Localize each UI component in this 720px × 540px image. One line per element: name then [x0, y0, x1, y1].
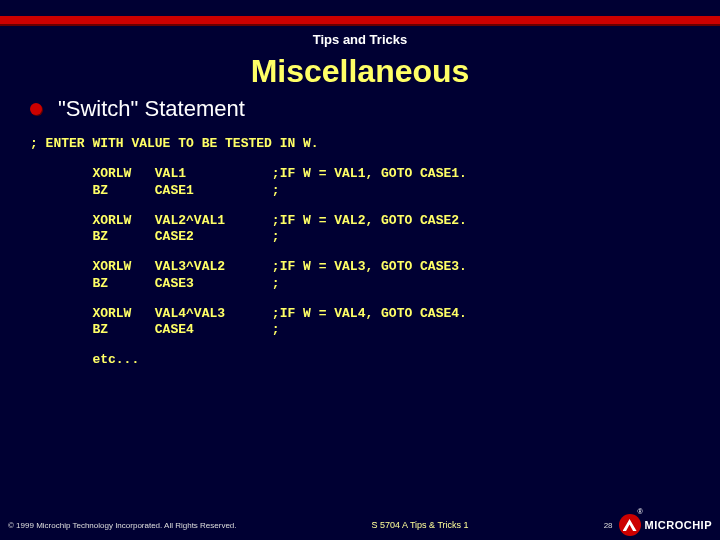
copyright: © 1999 Microchip Technology Incorporated… [8, 521, 237, 530]
logo-icon: ® [619, 514, 641, 536]
code-line: BZ CASE2 ; [30, 229, 690, 245]
footer-mid: S 5704 A Tips & Tricks 1 [237, 520, 604, 530]
code-line: BZ CASE4 ; [30, 322, 690, 338]
code-line: BZ CASE1 ; [30, 183, 690, 199]
page-number: 28 [604, 521, 613, 530]
brand-name: MICROCHIP [645, 519, 712, 531]
code-etc: etc... [30, 352, 690, 368]
code-intro: ; ENTER WITH VALUE TO BE TESTED IN W. [30, 136, 690, 152]
bullet-text: "Switch" Statement [58, 96, 245, 122]
bullet-row: "Switch" Statement [30, 96, 720, 122]
code-block: ; ENTER WITH VALUE TO BE TESTED IN W. XO… [30, 136, 690, 369]
brand-logo: ® MICROCHIP [619, 514, 712, 536]
code-line: XORLW VAL1 ;IF W = VAL1, GOTO CASE1. [30, 166, 690, 182]
code-line: XORLW VAL4^VAL3 ;IF W = VAL4, GOTO CASE4… [30, 306, 690, 322]
code-line: XORLW VAL2^VAL1 ;IF W = VAL2, GOTO CASE2… [30, 213, 690, 229]
accent-bar-shadow [0, 24, 720, 26]
bullet-icon [30, 103, 42, 115]
footer: © 1999 Microchip Technology Incorporated… [0, 514, 720, 540]
accent-bar [0, 16, 720, 24]
code-line: XORLW VAL3^VAL2 ;IF W = VAL3, GOTO CASE3… [30, 259, 690, 275]
code-line: BZ CASE3 ; [30, 276, 690, 292]
page-title: Miscellaneous [0, 53, 720, 90]
preheading: Tips and Tricks [0, 32, 720, 47]
registered-icon: ® [637, 508, 642, 515]
